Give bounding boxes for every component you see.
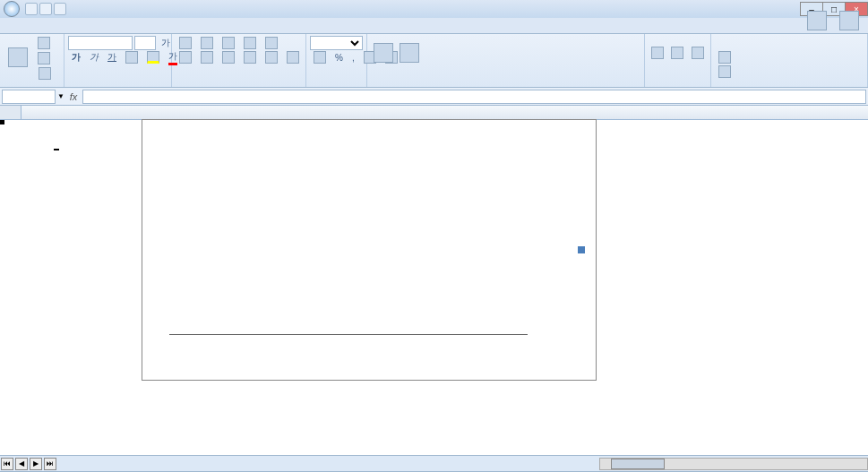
align-middle-icon (201, 37, 213, 49)
paste-icon (8, 47, 28, 67)
sheet-nav-next[interactable]: ▶ (30, 458, 42, 470)
indent-inc-button[interactable] (262, 50, 281, 64)
cond-format-button[interactable] (371, 36, 396, 72)
align-right-icon (222, 51, 235, 64)
orientation-button[interactable] (240, 36, 260, 50)
copy-button[interactable] (34, 51, 56, 65)
delete-button[interactable] (668, 36, 686, 72)
sort-filter-button[interactable] (802, 34, 832, 39)
sheet-nav-prev[interactable]: ◀ (15, 458, 28, 470)
align-bottom-icon (222, 37, 235, 49)
worksheet-grid[interactable] (0, 106, 868, 455)
column-headers (0, 106, 868, 120)
group-styles (367, 34, 645, 87)
align-left-icon (179, 51, 192, 64)
ribbon: 가가 가 가 가 가 (0, 34, 868, 88)
fill-icon (718, 51, 731, 64)
indent-dec-button[interactable] (240, 50, 260, 64)
scrollbar-thumb[interactable] (611, 459, 665, 469)
select-all-corner[interactable] (0, 106, 21, 119)
autosum-button[interactable] (715, 36, 722, 50)
qat-redo-icon[interactable] (54, 3, 66, 15)
fill-button[interactable] (715, 50, 736, 64)
paste-button[interactable] (4, 40, 32, 76)
align-top-icon (179, 37, 192, 49)
format-painter-button[interactable] (34, 66, 56, 81)
cut-icon (38, 37, 50, 49)
fx-button[interactable]: fx (66, 91, 81, 102)
underline-button[interactable]: 가 (104, 50, 120, 64)
group-number: % , (306, 34, 367, 87)
border-button[interactable] (122, 50, 142, 64)
cut-button[interactable] (34, 36, 56, 50)
group-font: 가가 가 가 가 가 (64, 34, 172, 87)
formula-input[interactable] (82, 90, 866, 104)
indent-inc-icon (265, 51, 278, 64)
group-editing (711, 34, 868, 87)
currency-button[interactable] (310, 50, 330, 64)
ribbon-tabs (0, 18, 868, 34)
brush-icon (39, 67, 51, 80)
chart-y-axis (153, 147, 168, 335)
group-cells (645, 34, 711, 87)
office-button[interactable] (4, 1, 20, 17)
table-format-button[interactable] (398, 36, 420, 72)
chart-plot-area (169, 147, 528, 335)
group-alignment (172, 34, 306, 87)
bucket-icon (147, 51, 159, 64)
cond-format-icon (374, 43, 393, 63)
copy-icon (38, 52, 50, 64)
align-middle-button[interactable] (197, 36, 217, 50)
title-bar: – □ × (0, 0, 868, 18)
format-button[interactable] (689, 36, 707, 72)
bold-button[interactable]: 가 (68, 50, 84, 64)
comma-button[interactable]: , (348, 50, 358, 64)
horizontal-scrollbar[interactable] (599, 458, 868, 470)
name-box[interactable] (2, 90, 56, 104)
find-select-button[interactable] (834, 34, 864, 39)
qat-undo-icon[interactable] (39, 3, 52, 15)
qat-save-icon[interactable] (25, 3, 38, 15)
align-right-button[interactable] (219, 50, 238, 64)
border-icon (125, 51, 138, 64)
chart-object[interactable] (142, 119, 597, 381)
sheet-nav-first[interactable]: ⏮ (1, 458, 13, 470)
align-bottom-button[interactable] (219, 36, 238, 50)
table-format-icon (400, 43, 419, 63)
sheet-tab-bar: ⏮ ◀ ▶ ⏭ (0, 455, 868, 471)
legend-swatch (578, 246, 585, 253)
chart-legend (578, 246, 589, 253)
fill-color-button[interactable] (143, 50, 163, 64)
formula-bar: ▼ fx (0, 88, 868, 106)
chart-bars (169, 147, 528, 335)
insert-icon (651, 47, 664, 59)
data-table (54, 149, 59, 150)
quick-access-toolbar (25, 3, 66, 15)
clear-icon (718, 65, 731, 78)
align-left-button[interactable] (176, 50, 195, 64)
insert-button[interactable] (649, 36, 666, 72)
chart-baseline (169, 334, 528, 335)
clear-button[interactable] (715, 64, 736, 79)
align-top-button[interactable] (176, 36, 195, 50)
group-clipboard (0, 34, 64, 87)
percent-button[interactable]: % (331, 50, 347, 64)
wrap-icon (265, 37, 278, 49)
currency-icon (314, 51, 326, 64)
wrap-text-button[interactable] (262, 36, 283, 50)
merge-icon (287, 51, 299, 64)
italic-button[interactable]: 가 (86, 50, 102, 64)
namebox-dropdown-icon[interactable]: ▼ (57, 92, 64, 100)
sheet-nav-last[interactable]: ⏭ (44, 458, 56, 470)
align-center-button[interactable] (197, 50, 217, 64)
delete-icon (671, 47, 683, 59)
font-name-input[interactable] (68, 36, 133, 50)
indent-dec-icon (244, 51, 256, 64)
font-size-input[interactable] (134, 36, 156, 50)
merge-button[interactable] (283, 50, 305, 64)
number-format-select[interactable] (310, 36, 363, 50)
orientation-icon (244, 37, 256, 49)
format-icon (692, 47, 704, 59)
align-center-icon (201, 51, 213, 64)
chart-x-labels (169, 337, 528, 380)
